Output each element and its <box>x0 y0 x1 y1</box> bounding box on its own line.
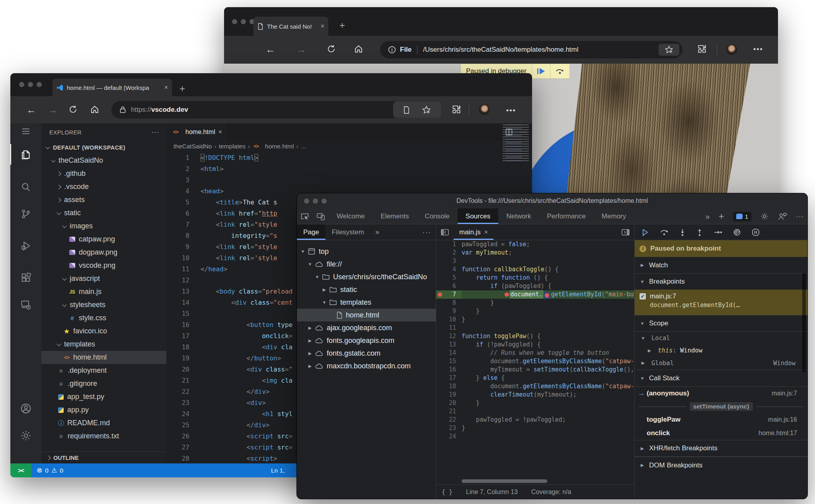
code-line[interactable]: 10} <box>436 315 634 324</box>
navigator-item-fonts-gstatic-com[interactable]: ▶fonts.gstatic.com <box>297 347 436 360</box>
tree-item-home-html[interactable]: <>home.html <box>41 351 166 364</box>
deactivate-breakpoints-icon[interactable] <box>733 228 741 236</box>
callstack-frame-onclick[interactable]: onclickhome.html:17 <box>635 426 807 440</box>
tree-item-vscode-png[interactable]: vscode.png <box>41 259 166 272</box>
profiles-icon[interactable] <box>778 212 787 221</box>
tree-item-catpaw-png[interactable]: catpaw.png <box>41 233 166 246</box>
dom-breakpoints-section-header[interactable]: ▶DOM Breakpoints <box>635 457 807 473</box>
code-line[interactable]: 21 <box>436 407 634 416</box>
extensions-icon[interactable] <box>10 267 41 288</box>
more-navigator-tabs-button[interactable]: » <box>370 224 384 240</box>
callstack-section-header[interactable]: ▼Call Stack <box>635 370 807 387</box>
callstack-frame-togglePaw[interactable]: togglePawmain.js:16 <box>635 413 807 426</box>
run-debug-icon[interactable] <box>10 235 41 256</box>
devtools-tab-console[interactable]: Console <box>417 208 457 224</box>
step-into-icon[interactable] <box>679 228 686 236</box>
new-devtools-tab-button[interactable]: + <box>719 211 724 222</box>
step-out-icon[interactable] <box>696 228 703 236</box>
breadcrumb-item[interactable]: … <box>301 143 307 150</box>
problems-indicator[interactable]: ⊗ 0 ⚠ 0 <box>31 466 63 475</box>
devtools-tab-network[interactable]: Network <box>498 208 539 224</box>
code-line[interactable]: 1<!DOCTYPE html> <box>166 152 532 163</box>
tree-item--gitignore[interactable]: ≡.gitignore <box>41 377 166 390</box>
minimize-window-icon[interactable] <box>241 19 246 24</box>
vertical-scrollbar[interactable] <box>802 273 806 372</box>
document-icon[interactable] <box>403 106 410 114</box>
pause-on-exceptions-icon[interactable] <box>752 228 760 236</box>
extensions-icon[interactable] <box>451 104 462 115</box>
outline-section[interactable]: OUTLINE <box>41 451 166 463</box>
reload-button[interactable] <box>68 104 78 115</box>
tree-item-app-test-py[interactable]: app_test.py <box>41 390 166 403</box>
menu-icon[interactable] <box>10 123 41 139</box>
favorites-button[interactable] <box>659 44 679 56</box>
close-tab-button[interactable]: × <box>164 84 168 91</box>
tree-item--github[interactable]: .github <box>41 167 166 180</box>
code-line[interactable]: 24 <box>436 432 634 441</box>
favorites-star-icon[interactable] <box>422 105 431 115</box>
zoom-window-icon[interactable] <box>37 82 42 87</box>
extensions-icon[interactable] <box>697 44 707 54</box>
minimize-window-icon[interactable] <box>28 82 33 87</box>
devtools-tab-welcome[interactable]: Welcome <box>329 208 373 224</box>
code-line[interactable]: 15 document.getElementsByClassName("catp… <box>436 357 634 366</box>
breakpoint-entry[interactable]: ✓ main.js:7 document.getElementById(… <box>635 290 807 315</box>
inspect-element-icon[interactable] <box>297 208 313 224</box>
devtools-tab-sources[interactable]: Sources <box>458 208 498 224</box>
step-icon[interactable] <box>714 228 722 236</box>
window-controls[interactable] <box>232 19 255 24</box>
source-control-icon[interactable] <box>10 204 41 224</box>
navigator-item-maxcdn-bootstrapcdn-com[interactable]: ▶maxcdn.bootstrapcdn.com <box>297 360 436 372</box>
watch-section-header[interactable]: ▶Watch <box>635 257 807 274</box>
scope-this-row[interactable]: ▶ this: Window <box>635 344 807 356</box>
profile-avatar[interactable] <box>726 44 737 55</box>
code-line[interactable]: 9 } <box>436 307 634 315</box>
tree-item-readme-md[interactable]: iREADME.md <box>41 416 166 430</box>
tree-item--deployment[interactable]: ≡.deployment <box>41 364 166 377</box>
settings-menu-button[interactable]: ••• <box>753 45 763 54</box>
explorer-icon[interactable] <box>10 144 41 165</box>
code-line[interactable]: 22 pawToggled = !pawToggled; <box>436 416 634 424</box>
navigator-item-static[interactable]: ▶static <box>297 283 436 296</box>
close-window-icon[interactable] <box>232 19 237 24</box>
settings-gear-icon[interactable] <box>10 425 41 446</box>
tree-item-static[interactable]: static <box>41 206 166 220</box>
new-tab-button[interactable]: + <box>339 20 345 31</box>
code-line[interactable]: 5 return function () { <box>436 274 634 282</box>
code-line[interactable]: 3 <box>166 175 532 186</box>
resume-script-icon[interactable] <box>641 228 649 236</box>
tree-item-app-py[interactable]: app.py <box>41 403 166 416</box>
window-controls[interactable] <box>304 198 327 204</box>
code-line[interactable]: 14 // Runs when we toggle the button <box>436 349 634 357</box>
back-button[interactable]: ← <box>265 44 275 55</box>
inline-breakpoint-icon[interactable] <box>505 292 509 297</box>
settings-menu-button[interactable]: ••• <box>506 107 516 115</box>
hide-navigator-icon[interactable] <box>440 228 450 237</box>
code-line[interactable]: 2<html> <box>166 163 532 175</box>
code-line[interactable]: 16 myTimeout = setTimeout(callbackToggle… <box>436 366 634 374</box>
close-window-icon[interactable] <box>19 82 24 87</box>
code-line[interactable]: 8 } <box>436 299 634 307</box>
devtools-tab-performance[interactable]: Performance <box>539 208 594 224</box>
code-line[interactable]: 13 if (!pawToggled) { <box>436 341 634 349</box>
navigator-item-templates[interactable]: ▼templates <box>297 296 436 309</box>
code-line[interactable]: 23} <box>436 424 634 432</box>
inline-breakpoint-selected-icon[interactable] <box>544 292 550 299</box>
code-line[interactable]: 12function togglePaw() { <box>436 332 634 341</box>
breakpoints-section-header[interactable]: ▼Breakpoints <box>635 274 807 290</box>
code-line[interactable]: 17 } else { <box>436 374 634 382</box>
minimap[interactable] <box>503 125 529 161</box>
breadcrumb-item[interactable]: theCatSaidNo <box>174 143 212 150</box>
callstack-frame--anonymous-[interactable]: →(anonymous)main.js:7 <box>635 387 807 400</box>
navigator-tab-page[interactable]: Page <box>297 224 326 240</box>
profile-avatar[interactable] <box>479 104 490 115</box>
zoom-window-icon[interactable] <box>322 198 327 204</box>
tree-item-templates[interactable]: templates <box>41 338 166 351</box>
close-tab-button[interactable]: × <box>321 23 324 30</box>
step-over-button[interactable] <box>550 64 569 78</box>
tree-item-default-workspace-[interactable]: DEFAULT (WORKSPACE) <box>41 141 166 154</box>
tree-item-javascript[interactable]: javascript <box>41 272 166 285</box>
navigator-item-home-html[interactable]: home.html <box>297 309 436 321</box>
tree-item-images[interactable]: images <box>41 220 166 233</box>
search-icon[interactable] <box>10 177 41 197</box>
